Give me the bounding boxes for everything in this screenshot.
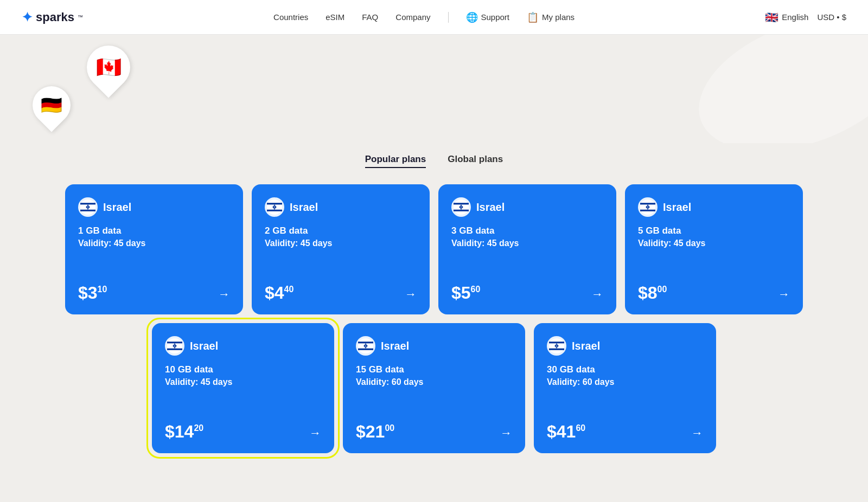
plans-row-1: Israel 1 GB data Validity: 45 days $310 … — [65, 184, 803, 314]
plans-row-2: Israel 10 GB data Validity: 45 days $142… — [65, 323, 803, 453]
logo-tm: ™ — [78, 14, 83, 20]
svg-point-20 — [167, 338, 182, 353]
price-cents: 00 — [658, 285, 667, 294]
card-validity: Validity: 45 days — [638, 239, 790, 248]
svg-rect-32 — [549, 349, 564, 350]
israel-flag-icon — [80, 199, 95, 215]
price-dollar: $14 — [165, 423, 194, 440]
card-price: $560 — [451, 284, 480, 301]
israel-flag-icon — [640, 199, 655, 215]
svg-point-30 — [549, 338, 564, 353]
pin-canada-body: 🇨🇦 — [78, 36, 139, 98]
logo-icon: ✦ — [22, 10, 33, 25]
tab-global-plans[interactable]: Global plans — [448, 154, 503, 168]
pin-germany: 🇩🇪 — [33, 86, 71, 124]
svg-rect-21 — [167, 342, 182, 343]
price-dollar: $4 — [265, 284, 284, 301]
svg-rect-1 — [80, 203, 95, 204]
nav-support[interactable]: 🌐 Support — [466, 11, 510, 23]
card-validity: Validity: 45 days — [265, 239, 417, 248]
plan-card-3gb[interactable]: Israel 3 GB data Validity: 45 days $560 … — [438, 184, 616, 314]
price-dollar: $5 — [451, 284, 471, 301]
tabs-area: Popular plans Global plans — [0, 143, 868, 173]
svg-point-10 — [454, 199, 469, 215]
plan-card-1gb[interactable]: Israel 1 GB data Validity: 45 days $310 … — [65, 184, 243, 314]
card-price: $310 — [78, 284, 107, 301]
card-price: $440 — [265, 284, 293, 301]
israel-flag-badge — [356, 336, 375, 356]
card-data: 10 GB data — [165, 364, 321, 375]
svg-rect-31 — [549, 342, 564, 343]
language-selector[interactable]: 🇬🇧 English — [765, 11, 808, 24]
card-footer: $440 → — [265, 284, 417, 301]
card-validity: Validity: 60 days — [547, 377, 703, 387]
card-country: Israel — [190, 340, 218, 352]
card-data: 3 GB data — [451, 226, 603, 236]
myplans-label: My plans — [542, 12, 575, 22]
card-data: 2 GB data — [265, 226, 417, 236]
svg-point-15 — [640, 199, 655, 215]
card-header: Israel — [638, 197, 790, 217]
header: ✦ sparks™ Countries eSIM FAQ Company 🌐 S… — [0, 0, 868, 35]
israel-flag-icon — [549, 338, 564, 353]
arrow-icon: → — [309, 426, 321, 440]
currency-label: USD • $ — [817, 12, 846, 22]
plan-card-10gb[interactable]: Israel 10 GB data Validity: 45 days $142… — [152, 323, 334, 453]
price-dollar: $21 — [356, 423, 385, 440]
card-data: 1 GB data — [78, 226, 230, 236]
svg-point-5 — [267, 199, 282, 215]
price-cents: 00 — [385, 424, 394, 433]
plan-card-15gb[interactable]: Israel 15 GB data Validity: 60 days $210… — [343, 323, 525, 453]
arrow-icon: → — [500, 426, 512, 440]
card-footer: $2100 → — [356, 423, 512, 440]
israel-flag-badge — [165, 336, 184, 356]
map-area: 🇨🇦 🇩🇪 — [0, 35, 868, 143]
israel-flag-badge — [451, 197, 471, 217]
svg-rect-2 — [80, 210, 95, 211]
plan-card-5gb[interactable]: Israel 5 GB data Validity: 45 days $800 … — [625, 184, 803, 314]
card-header: Israel — [165, 336, 321, 356]
card-country: Israel — [381, 340, 409, 352]
arrow-icon: → — [778, 287, 790, 301]
card-price: $2100 — [356, 423, 394, 440]
card-footer: $800 → — [638, 284, 790, 301]
tab-popular-plans[interactable]: Popular plans — [365, 154, 426, 168]
language-label: English — [782, 12, 808, 22]
arrow-icon: → — [218, 287, 230, 301]
plan-card-2gb[interactable]: Israel 2 GB data Validity: 45 days $440 … — [252, 184, 430, 314]
svg-rect-27 — [358, 349, 373, 350]
card-footer: $1420 → — [165, 423, 321, 440]
card-country: Israel — [476, 201, 505, 214]
card-data: 5 GB data — [638, 226, 790, 236]
price-dollar: $8 — [638, 284, 658, 301]
svg-point-0 — [80, 199, 95, 215]
nav-myplans[interactable]: 📋 My plans — [527, 11, 575, 23]
price-cents: 60 — [576, 424, 585, 433]
pin-canada: 🇨🇦 — [87, 46, 130, 89]
card-header: Israel — [356, 336, 512, 356]
price-cents: 40 — [284, 285, 294, 294]
canada-flag-icon: 🇨🇦 — [96, 55, 122, 79]
card-header: Israel — [547, 336, 703, 356]
svg-rect-16 — [640, 203, 655, 204]
currency-selector[interactable]: USD • $ — [817, 12, 846, 22]
nav-company[interactable]: Company — [395, 12, 430, 22]
svg-rect-7 — [267, 210, 282, 211]
israel-flag-badge — [265, 197, 284, 217]
nav-divider — [448, 12, 449, 23]
israel-flag-icon — [267, 199, 282, 215]
card-price: $4160 — [547, 423, 585, 440]
logo-text: sparks — [36, 10, 74, 24]
svg-rect-17 — [640, 210, 655, 211]
svg-rect-12 — [454, 210, 469, 211]
svg-rect-22 — [167, 349, 182, 350]
israel-flag-badge — [78, 197, 98, 217]
nav-esim[interactable]: eSIM — [326, 12, 344, 22]
card-country: Israel — [663, 201, 691, 214]
nav-countries[interactable]: Countries — [273, 12, 308, 22]
logo[interactable]: ✦ sparks™ — [22, 10, 83, 25]
israel-flag-icon — [454, 199, 469, 215]
plan-card-30gb[interactable]: Israel 30 GB data Validity: 60 days $416… — [534, 323, 716, 453]
pin-germany-body: 🇩🇪 — [25, 79, 79, 132]
nav-faq[interactable]: FAQ — [362, 12, 378, 22]
